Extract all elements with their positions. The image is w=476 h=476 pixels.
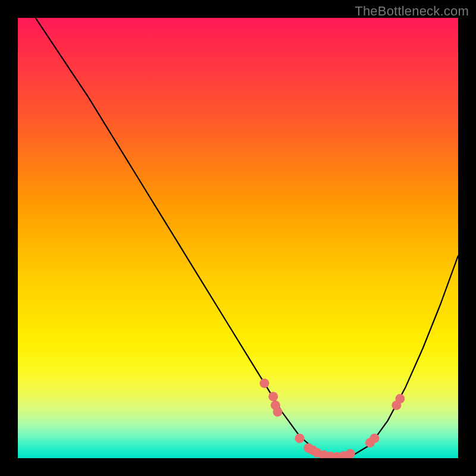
bottleneck-curve	[36, 18, 458, 457]
data-points	[259, 378, 405, 458]
chart-container: TheBottleneck.com	[0, 0, 476, 476]
watermark-text: TheBottleneck.com	[355, 4, 469, 19]
data-point	[346, 449, 355, 458]
data-point	[259, 378, 269, 388]
data-point	[295, 434, 305, 443]
chart-overlay	[18, 18, 458, 458]
plot-area	[18, 18, 458, 458]
data-point	[268, 392, 278, 401]
data-point	[395, 394, 405, 403]
data-point	[273, 407, 283, 416]
data-point	[369, 434, 379, 443]
